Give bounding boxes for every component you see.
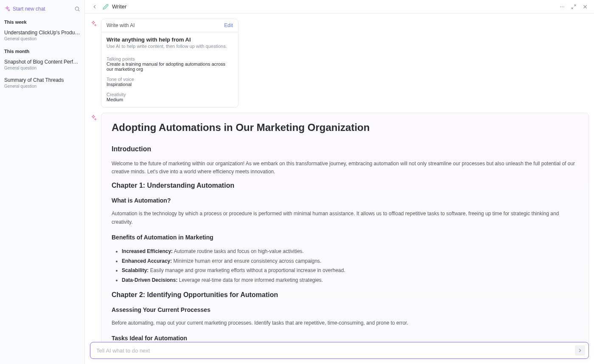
sidebar-section-label: This week bbox=[0, 16, 84, 27]
sidebar: Start new chat This weekUnderstanding Cl… bbox=[0, 0, 85, 364]
chat-item-title: Summary of Chat Threads bbox=[4, 77, 80, 83]
ch1-sub1-text: Automation is the technology by which a … bbox=[112, 210, 578, 226]
prompt-card-body: Write anything with help from AI Use AI … bbox=[101, 32, 238, 107]
sidebar-chat-item[interactable]: Summary of Chat ThreadsGeneral question bbox=[0, 75, 84, 93]
chapter2-heading: Chapter 2: Identifying Opportunities for… bbox=[112, 291, 578, 299]
prompt-message-row: Write with AI Edit Write anything with h… bbox=[90, 19, 589, 108]
list-item: Scalability: Easily manage and grow mark… bbox=[122, 266, 578, 275]
svg-line-1 bbox=[78, 10, 80, 11]
prompt-field-value: Inspirational bbox=[106, 82, 233, 87]
prompt-card-title: Write with AI bbox=[106, 22, 134, 28]
prompt-field-label: Tone of voice bbox=[106, 77, 233, 82]
prompt-field-value: Create a training manual for adopting au… bbox=[106, 61, 233, 72]
input-bar bbox=[90, 342, 589, 359]
content-scroll[interactable]: Write with AI Edit Write anything with h… bbox=[85, 14, 594, 364]
back-button[interactable] bbox=[90, 2, 99, 11]
new-chat-label: Start new chat bbox=[13, 6, 45, 12]
benefits-list: Increased Efficiency: Automate routine t… bbox=[112, 247, 578, 285]
chat-item-subtitle: General question bbox=[4, 66, 80, 70]
start-new-chat-button[interactable]: Start new chat bbox=[4, 6, 45, 12]
ch2-sub1-heading: Assessing Your Current Processes bbox=[112, 306, 578, 313]
topbar-left: Writer bbox=[90, 2, 126, 11]
ch1-sub1-heading: What is Automation? bbox=[112, 197, 578, 204]
output-title: Adopting Automations in Our Marketing Or… bbox=[112, 122, 578, 133]
sidebar-section-label: This month bbox=[0, 45, 84, 56]
sidebar-chat-item[interactable]: Understanding ClickUp's Product-Le…Gener… bbox=[0, 27, 84, 45]
main: Writer bbox=[85, 0, 594, 364]
page-title: Writer bbox=[112, 3, 126, 10]
ai-avatar-icon bbox=[90, 114, 97, 121]
prompt-field-label: Creativity bbox=[106, 92, 233, 97]
svg-point-4 bbox=[563, 6, 564, 7]
prompt-main-title: Write anything with help from AI bbox=[106, 36, 233, 43]
ai-sparkle-icon bbox=[4, 6, 10, 12]
svg-point-2 bbox=[560, 6, 561, 7]
list-item: Data-Driven Decisions: Leverage real-tim… bbox=[122, 275, 578, 285]
pencil-icon bbox=[103, 4, 109, 10]
chat-item-title: Understanding ClickUp's Product-Le… bbox=[4, 30, 80, 36]
close-icon[interactable] bbox=[581, 3, 589, 11]
chapter1-heading: Chapter 1: Understanding Automation bbox=[112, 182, 578, 189]
prompt-card: Write with AI Edit Write anything with h… bbox=[101, 19, 238, 108]
list-item: Enhanced Accuracy: Minimize human error … bbox=[122, 256, 578, 266]
chat-item-subtitle: General question bbox=[4, 84, 80, 89]
search-icon[interactable] bbox=[74, 6, 80, 12]
intro-text: Welcome to the future of marketing withi… bbox=[112, 160, 578, 176]
prompt-card-header: Write with AI Edit bbox=[101, 19, 238, 32]
topbar-right bbox=[558, 3, 589, 11]
ai-command-input[interactable] bbox=[96, 347, 575, 354]
ai-avatar-icon bbox=[90, 20, 97, 27]
output-block: Adopting Automations in Our Marketing Or… bbox=[101, 113, 589, 356]
ch2-sub2-heading: Tasks Ideal for Automation bbox=[112, 335, 578, 342]
prompt-field-value: Medium bbox=[106, 97, 233, 102]
topbar: Writer bbox=[85, 0, 594, 14]
list-item: Increased Efficiency: Automate routine t… bbox=[122, 247, 578, 256]
prompt-field-label: Talking points bbox=[106, 56, 233, 61]
chat-item-subtitle: General question bbox=[4, 36, 80, 41]
ch1-sub2-heading: Benefits of Automation in Marketing bbox=[112, 234, 578, 241]
svg-point-0 bbox=[75, 7, 78, 10]
send-button[interactable] bbox=[575, 345, 585, 356]
ch2-sub1-text: Before automating, map out your current … bbox=[112, 319, 578, 327]
expand-icon[interactable] bbox=[570, 3, 577, 10]
output-message-row: Adopting Automations in Our Marketing Or… bbox=[90, 113, 589, 356]
sidebar-header: Start new chat bbox=[0, 4, 84, 16]
intro-heading: Introduction bbox=[112, 145, 578, 153]
svg-point-3 bbox=[562, 6, 563, 7]
prompt-description: Use AI to help write content, then follo… bbox=[106, 44, 233, 49]
edit-button[interactable]: Edit bbox=[224, 22, 233, 28]
chat-item-title: Snapshot of Blog Content Performan… bbox=[4, 59, 80, 65]
sidebar-chat-item[interactable]: Snapshot of Blog Content Performan…Gener… bbox=[0, 56, 84, 75]
more-icon[interactable] bbox=[558, 3, 566, 11]
